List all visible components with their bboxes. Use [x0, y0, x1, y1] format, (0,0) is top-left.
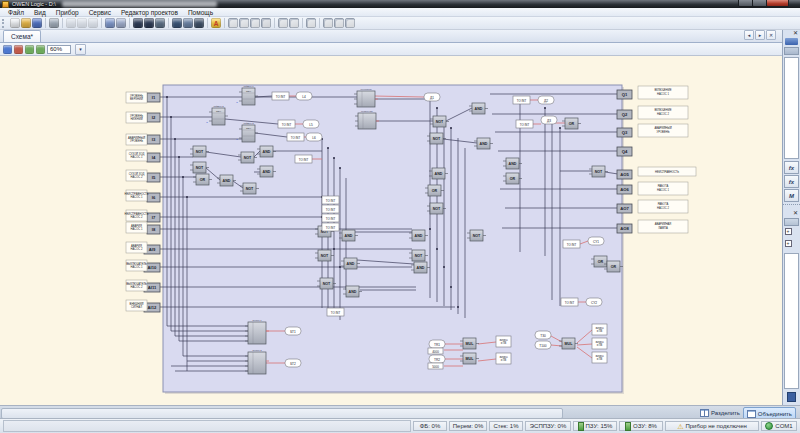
block-label: L5 [309, 123, 313, 127]
menu-item-3[interactable]: Прибор [51, 9, 84, 16]
output-label-text: РАБОТА [658, 202, 669, 206]
insert-block2-icon[interactable] [334, 18, 344, 28]
redo-icon[interactable] [116, 18, 126, 28]
input-label-text: ВНЕШНИЙ [130, 302, 144, 306]
write-device-icon[interactable] [133, 18, 143, 28]
copy-icon[interactable] [77, 18, 87, 28]
block-label: AO8 [620, 226, 629, 231]
toolbar-grip[interactable] [2, 19, 7, 28]
paste-icon[interactable] [88, 18, 98, 28]
block-label: Q2 [622, 112, 628, 117]
insert-and-icon[interactable] [228, 18, 238, 28]
panel-close-icon[interactable]: ✕ [783, 30, 800, 37]
functions-button[interactable]: fx [784, 161, 799, 174]
block-label: Q1 [622, 92, 628, 97]
block-label: MUL [466, 342, 475, 346]
save-icon[interactable] [32, 18, 42, 28]
library-panel-header[interactable] [784, 47, 799, 55]
panel2-tree[interactable] [783, 227, 800, 252]
tree-expand-icon[interactable] [785, 240, 792, 247]
block-label: CY1 [593, 240, 599, 244]
library-list[interactable] [784, 57, 799, 159]
tab-strip: Схема* ◂ ▸ ✕ [0, 30, 782, 43]
menu-item-5[interactable]: Редактор проектов [116, 9, 183, 16]
tab-close-icon[interactable]: ✕ [766, 30, 776, 40]
block-label: Д2 [544, 99, 548, 103]
zoom-level-combo[interactable]: 60% [47, 45, 71, 54]
block-header: выбор 2 [252, 349, 262, 352]
open-folder-icon[interactable] [21, 18, 31, 28]
insert-counter-icon[interactable] [289, 18, 299, 28]
block-header: сравнение [361, 110, 373, 113]
block-label: NOT [246, 187, 254, 191]
split-view-button[interactable]: Разделить [697, 407, 743, 418]
simulation-icon[interactable] [183, 18, 193, 28]
toolbar-separator [224, 18, 225, 28]
maximize-button[interactable] [752, 0, 767, 7]
tab-schema[interactable]: Схема* [3, 30, 41, 42]
insert-trigger-icon[interactable] [278, 18, 288, 28]
zoom-in-icon[interactable] [36, 45, 45, 54]
menu-item-2[interactable]: Вид [29, 9, 51, 16]
function-block[interactable] [358, 113, 376, 129]
insert-block1-icon[interactable] [323, 18, 333, 28]
cut-icon[interactable] [66, 18, 76, 28]
timer-type: ТОН [216, 110, 221, 113]
block-label: AI9 [149, 247, 156, 252]
zoom-out-icon[interactable] [25, 45, 34, 54]
block-label: Q3 [622, 130, 628, 135]
panel-pin-icon[interactable] [785, 38, 798, 45]
block-label: CY2 [591, 301, 597, 305]
read-device-icon[interactable] [144, 18, 154, 28]
insert-not-icon[interactable] [250, 18, 260, 28]
tab-scroll-left-icon[interactable]: ◂ [744, 30, 754, 40]
block-label: Т100 [539, 344, 546, 348]
status-7: ⚠Прибор не подключен [665, 421, 759, 431]
block-label: AND [417, 266, 425, 270]
online-monitor-icon[interactable] [194, 18, 204, 28]
menu-item-4[interactable]: Сервис [84, 9, 116, 16]
block-label: в ПВ [597, 343, 603, 347]
block-label: NOT [321, 254, 329, 258]
function-block[interactable] [357, 91, 375, 107]
zoom-dropdown-icon[interactable]: ▾ [75, 44, 86, 55]
delete-tool-icon[interactable] [261, 18, 271, 28]
schema-sheet[interactable] [163, 85, 622, 392]
functions2-button[interactable]: fx [784, 175, 799, 188]
insert-or-icon[interactable] [239, 18, 249, 28]
title-bar: OWEN Logic - D:\ [0, 0, 800, 8]
menu-item-1[interactable]: Файл [3, 9, 29, 16]
tree-expand-icon[interactable] [785, 228, 792, 235]
minimize-button[interactable] [738, 0, 753, 7]
input-label-text: НЕИСПРАВНОСТЬ [124, 212, 148, 216]
schema-drawing[interactable]: I1I2I3I4I5I6I7I8AI9AI10AI11AI12УРОВЕНЬВЕ… [0, 56, 782, 405]
selector-block[interactable] [248, 352, 266, 374]
block-label: 5000 [432, 365, 439, 369]
print-icon[interactable] [49, 18, 59, 28]
usage-bar-icon [625, 422, 631, 431]
selector-block[interactable] [248, 322, 266, 344]
toolbar-separator [45, 18, 46, 28]
panel2-close-icon[interactable]: ✕ [783, 210, 800, 217]
zoom-region-icon[interactable] [14, 45, 23, 54]
macros-button[interactable]: M [784, 189, 799, 202]
text-tool-icon[interactable]: A [211, 18, 221, 28]
undo-icon[interactable] [105, 18, 115, 28]
block-label: AND [263, 150, 271, 154]
tab-scroll-right-icon[interactable]: ▸ [755, 30, 765, 40]
run-icon[interactable] [172, 18, 182, 28]
close-button[interactable] [766, 0, 789, 7]
menu-item-6[interactable]: Помощь [183, 9, 218, 16]
grid-icon[interactable] [3, 45, 12, 54]
block-label: TO INT [326, 217, 336, 221]
schema-canvas[interactable]: I1I2I3I4I5I6I7I8AI9AI10AI11AI12УРОВЕНЬВЕ… [0, 56, 782, 405]
insert-timer-icon[interactable] [306, 18, 316, 28]
new-file-icon[interactable] [10, 18, 20, 28]
input-label-text: СУХОЙ ХОД [129, 172, 145, 176]
insert-block3-icon[interactable] [345, 18, 355, 28]
status-4: ЭСППЗУ: 0% [525, 421, 571, 431]
output-label-text: ВКЛЮЧЕНИЕ [655, 108, 672, 112]
variables-table-icon[interactable] [155, 18, 165, 28]
status-spacer [3, 420, 411, 432]
block-label: AND [263, 170, 271, 174]
